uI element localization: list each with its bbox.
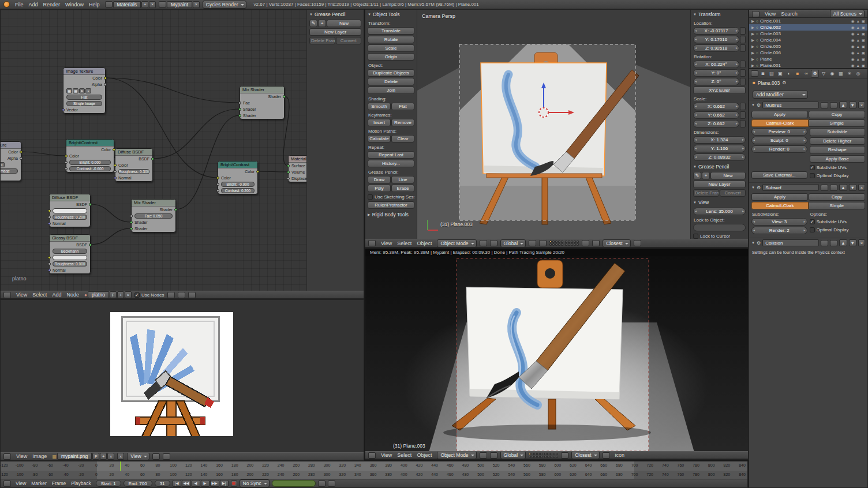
use-sketching-sessi-checkbox-row[interactable]: Use Sketching Sessi (368, 193, 414, 200)
menu-playback[interactable]: Playback (69, 480, 93, 487)
snap-element-select[interactable]: Closest (603, 239, 630, 247)
unlink-image-button[interactable]: × (85, 88, 91, 93)
image-name-field[interactable]: mypaint.png (57, 453, 92, 460)
output-socket[interactable] (256, 170, 259, 173)
lens-35-000-field[interactable]: ◂Lens: 35.000▸ (693, 208, 746, 215)
smooth-button[interactable]: Smooth (368, 103, 391, 110)
node-bright-contrast[interactable]: Bright/ContrastColorColorBright: -0.900C… (218, 161, 258, 194)
increment-arrow-icon[interactable]: ▸ (736, 37, 738, 41)
expand-icon[interactable]: ▶ (751, 44, 754, 49)
viewport-toggle-icon[interactable] (830, 185, 837, 191)
reshape-button[interactable]: Reshape (810, 146, 866, 154)
insert-keyframe-icon[interactable] (318, 481, 326, 487)
material-datablock[interactable]: ● platno F + × (84, 291, 132, 298)
layer-dot[interactable] (549, 241, 552, 243)
move-down-icon[interactable]: ▼ (849, 102, 856, 108)
clear-button[interactable]: Clear (391, 135, 414, 142)
input-socket[interactable] (48, 209, 51, 212)
visibility-eye-icon[interactable]: ◉ (851, 38, 855, 43)
outliner-item-circle-005[interactable]: ▶○Circle.005◉▲▣ (749, 43, 867, 50)
lock-icon[interactable] (740, 103, 746, 110)
renderable-camera-icon[interactable]: ▣ (862, 38, 865, 43)
visibility-eye-icon[interactable]: ◉ (851, 32, 855, 36)
lock-icon[interactable] (582, 240, 589, 246)
layer-dot[interactable] (552, 243, 555, 246)
input-socket[interactable] (65, 155, 68, 157)
viewport-toggle-icon[interactable] (830, 102, 837, 108)
decrement-arrow-icon[interactable]: ◂ (695, 79, 697, 83)
convert-button[interactable]: Convert (720, 189, 746, 197)
close-scene-button[interactable]: × (193, 1, 200, 8)
menu-view[interactable]: View (14, 453, 29, 460)
pencil-icon[interactable]: ✎ (693, 172, 701, 179)
use-sketching-sessi-checkbox[interactable] (368, 194, 373, 200)
use-nodes-checkbox[interactable]: ✓ (134, 292, 140, 298)
node-bright-contrast[interactable]: Bright/ContrastColorColorBright: 0.000Co… (66, 139, 114, 172)
object-tools-panel-header[interactable]: ▼ Object Tools (365, 10, 417, 18)
move-up-icon[interactable]: ▲ (839, 184, 847, 191)
timeline-ruler[interactable]: -120-100-80-60-40-2002040608010012014016… (1, 461, 747, 471)
current-frame-cursor[interactable] (120, 461, 121, 471)
menu-object[interactable]: Object (414, 240, 434, 247)
input-socket[interactable] (62, 108, 65, 111)
jump-to-end-button[interactable]: ▶| (220, 480, 229, 487)
menu-view[interactable]: View (13, 480, 28, 487)
fake-user-button[interactable]: F (92, 453, 99, 460)
delete-frame-button[interactable]: Delete Frame (693, 189, 719, 197)
layer-dot[interactable] (561, 243, 563, 246)
subdivide-uvs-checkbox-row[interactable]: ✓Subdivide UVs (810, 218, 866, 225)
decrement-arrow-icon[interactable]: ◂ (695, 121, 697, 125)
move-down-icon[interactable]: ▼ (849, 239, 856, 246)
input-socket[interactable] (114, 164, 117, 167)
input-socket[interactable] (48, 256, 51, 259)
apply-button[interactable]: Apply (751, 111, 808, 118)
snap-magnet-icon[interactable] (592, 240, 600, 246)
line-button[interactable]: Line (391, 176, 414, 183)
modifier-name-field[interactable]: Subsurf (762, 184, 819, 191)
simple-button[interactable]: Simple (809, 119, 866, 127)
ruler-protractor-button[interactable]: Ruler/Protractor (368, 201, 414, 209)
layer-dot[interactable] (568, 243, 570, 246)
unlink-image-button[interactable]: × (107, 453, 114, 460)
expand-icon[interactable]: ▶ (751, 63, 754, 68)
delete-modifier-icon[interactable]: × (858, 102, 865, 108)
optimal-display-checkbox[interactable] (810, 227, 815, 232)
grease-pencil-panel-header[interactable]: ▼ Grease Pencil (307, 10, 364, 18)
delete-modifier-icon[interactable]: × (858, 184, 865, 191)
increment-arrow-icon[interactable]: ▸ (803, 138, 805, 142)
tab-render[interactable]: ◙ (759, 70, 767, 78)
increment-arrow-icon[interactable]: ▸ (803, 129, 805, 133)
input-socket[interactable] (48, 269, 51, 272)
lock-icon[interactable] (740, 111, 746, 119)
node-field-fac-0-050[interactable]: Fac: 0.050 (134, 213, 173, 219)
input-socket[interactable] (65, 167, 68, 170)
decrement-arrow-icon[interactable]: ◂ (695, 112, 697, 117)
outliner-item-circle-003[interactable]: ▶○Circle.003◉▲▣ (749, 31, 867, 37)
layer-dot[interactable] (574, 241, 576, 243)
poly-button[interactable]: Poly (368, 185, 391, 192)
decrement-arrow-icon[interactable]: ◂ (695, 70, 697, 74)
visibility-eye-icon[interactable]: ◉ (851, 63, 855, 68)
layer-dot[interactable] (577, 243, 579, 246)
input-socket[interactable] (130, 221, 133, 224)
decrement-arrow-icon[interactable]: ◂ (695, 62, 697, 66)
scale-button[interactable]: Scale (368, 44, 414, 52)
z-0-08932-field[interactable]: ◂Z: 0.08932▸ (693, 153, 746, 161)
node-glossy-bsdf[interactable]: Glossy BSDFBSDFBeckmannRoughness: 0.000N… (49, 234, 91, 274)
outliner-item-circle-001[interactable]: ▶○Circle.001◉▲▣ (749, 18, 867, 24)
increment-arrow-icon[interactable]: ▸ (742, 209, 744, 213)
node-field-beckmann[interactable]: Beckmann (53, 249, 87, 254)
mode-select[interactable]: Object Mode (437, 451, 476, 459)
decrement-arrow-icon[interactable]: ◂ (695, 37, 697, 41)
input-socket[interactable] (216, 189, 219, 192)
input-socket[interactable] (65, 161, 68, 164)
layer-dot[interactable] (547, 453, 549, 455)
new-button[interactable]: New (710, 172, 746, 179)
node-field-bright-0-000[interactable]: Bright: 0.000 (69, 160, 111, 165)
y-0-field[interactable]: ◂Y: 0°▸ (693, 69, 739, 77)
tab-object-data[interactable]: ▽ (820, 70, 828, 78)
editor-type-icon[interactable] (3, 292, 11, 298)
new-image-button[interactable]: + (100, 453, 107, 460)
expand-icon[interactable]: ▶ (751, 32, 754, 36)
input-socket[interactable] (48, 216, 51, 219)
